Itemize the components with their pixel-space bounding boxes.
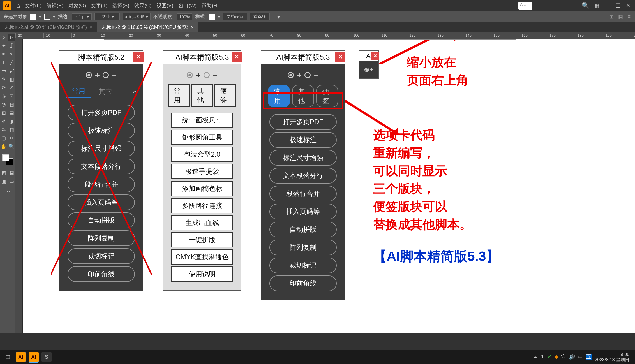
direct-select-tool[interactable]: ▹ <box>8 34 15 41</box>
ctrl-icon-2[interactable]: ▦ <box>617 14 624 20</box>
panel-52-close[interactable]: ✕ <box>133 52 144 62</box>
search-icon[interactable]: 🔍 <box>582 2 589 9</box>
panel-53b-btn-5[interactable]: 插入页码等 <box>269 204 337 219</box>
tray-icon-5[interactable]: 🛡 <box>561 354 566 360</box>
panel-53b-btn-8[interactable]: 裁切标记 <box>269 258 337 273</box>
panel-53a-btn-5[interactable]: 多段路径连接 <box>171 198 233 213</box>
doc-tab-2[interactable]: 未标题-2 @ 110.65 % (CMYK/CPU 预览) × <box>97 22 198 32</box>
radio-icon[interactable] <box>364 68 369 72</box>
radio-on-icon[interactable] <box>288 72 294 78</box>
panel-53a-tab-3[interactable]: 便签 <box>214 84 236 107</box>
menu-effect[interactable]: 效果(C) <box>134 2 151 9</box>
panel-53b-close[interactable]: ✕ <box>335 52 345 62</box>
tray-volume-icon[interactable]: 🔊 <box>569 354 575 360</box>
ctrl-icon-3[interactable]: ≡ <box>626 14 632 20</box>
menu-edit[interactable]: 编辑(E) <box>47 2 63 9</box>
menu-help[interactable]: 帮助(H) <box>202 2 219 9</box>
hand-tool[interactable]: ✋ <box>0 143 7 150</box>
line-tool[interactable]: ╱ <box>8 59 15 66</box>
panel-52-btn-2[interactable]: 标注尺寸增强 <box>68 141 135 156</box>
stroke-profile[interactable]: — 等比 ▾ <box>94 13 120 20</box>
type-tool[interactable]: T <box>0 59 7 66</box>
artboard-tool[interactable]: ▢ <box>0 135 7 142</box>
gradient-tool[interactable]: ▤ <box>8 109 15 117</box>
fill-swatch[interactable] <box>30 14 36 20</box>
align-icon[interactable]: ⊪▾ <box>273 13 280 20</box>
zoom-tool[interactable]: 🔍 <box>8 143 15 150</box>
panel-53a-tab-1[interactable]: 常用 <box>168 84 190 107</box>
stroke-width[interactable]: ◇ 1 pt ▾ <box>72 13 92 20</box>
panel-53b-btn-2[interactable]: 标注尺寸增强 <box>269 150 337 166</box>
panel-53a-btn-7[interactable]: 一键拼版 <box>171 232 233 247</box>
shape-builder-tool[interactable]: ◔ <box>0 101 7 108</box>
radio-on-icon[interactable] <box>187 72 193 78</box>
panel-53a-btn-6[interactable]: 生成出血线 <box>171 215 233 230</box>
panel-53a-btn-3[interactable]: 极速手提袋 <box>171 164 233 179</box>
draw-mode-icon[interactable]: ▣ <box>0 178 7 185</box>
panel-52-tab-2[interactable]: 其它 <box>93 85 118 98</box>
edit-toolbar-icon[interactable]: ⋯ <box>4 188 11 195</box>
taskbar-ai-2[interactable]: Ai <box>29 352 39 362</box>
panel-53a-btn-9[interactable]: 使用说明 <box>171 266 233 282</box>
minimize-button[interactable]: — <box>604 3 613 9</box>
title-search[interactable]: A... <box>518 2 532 10</box>
tray-icon-3[interactable]: ✔ <box>547 354 551 360</box>
ctrl-icon-1[interactable]: ⊞ <box>608 14 615 20</box>
panel-52-btn-1[interactable]: 极速标注 <box>68 123 135 138</box>
magic-wand-tool[interactable]: ✦ <box>0 42 7 49</box>
rotate-tool[interactable]: ⟳ <box>0 84 7 91</box>
lasso-tool[interactable]: ʆ <box>8 42 15 49</box>
color-picker[interactable] <box>2 154 13 165</box>
panel-53a-tab-2[interactable]: 其他 <box>191 84 213 107</box>
taskbar-app[interactable]: S <box>41 352 52 362</box>
eraser-tool[interactable]: ◧ <box>8 76 15 83</box>
panel-52-btn-0[interactable]: 打开多页PDF <box>68 105 135 120</box>
panel-53a-close[interactable]: ✕ <box>232 52 242 62</box>
opacity-val[interactable]: 100% <box>177 13 192 20</box>
radio-off-icon[interactable] <box>204 72 210 78</box>
screen-mode-icon[interactable]: ▭ <box>8 178 15 185</box>
panel-53b-btn-4[interactable]: 段落行合并 <box>269 186 337 201</box>
panel-52-btn-9[interactable]: 印前角线 <box>68 266 135 282</box>
maximize-button[interactable]: ☐ <box>614 2 622 9</box>
panel-53b-btn-1[interactable]: 极速标注 <box>269 132 337 148</box>
taskbar-ai-1[interactable]: Ai <box>16 352 26 362</box>
panel-53a-btn-0[interactable]: 统一画板尺寸 <box>171 113 233 128</box>
panel-53a-btn-2[interactable]: 包装盒型2.0 <box>171 147 233 162</box>
doc-setup-button[interactable]: 文档设置 <box>223 13 247 20</box>
radio-off-icon[interactable] <box>103 72 109 78</box>
selection-tool[interactable]: ▷ <box>0 34 7 41</box>
panel-52-btn-4[interactable]: 段落行合并 <box>68 177 135 192</box>
panel-53b-btn-3[interactable]: 文本段落分行 <box>269 168 337 184</box>
panel-53b-btn-0[interactable]: 打开多页PDF <box>269 114 337 130</box>
tray-ime-icon[interactable]: 中 <box>578 354 583 360</box>
panel-52-btn-7[interactable]: 阵列复制 <box>68 230 135 246</box>
width-tool[interactable]: ⬗ <box>0 92 7 100</box>
radio-on-icon[interactable] <box>86 72 92 78</box>
shaper-tool[interactable]: ✎ <box>0 76 7 83</box>
symbol-sprayer-tool[interactable]: ✲ <box>0 126 7 133</box>
menu-window[interactable]: 窗口(W) <box>178 2 197 9</box>
eyedropper-tool[interactable]: ✐ <box>0 118 7 125</box>
brush-def[interactable]: ● 5 点圆形 ▾ <box>123 13 151 20</box>
rectangle-tool[interactable]: ▭ <box>0 67 7 75</box>
menu-select[interactable]: 选择(S) <box>112 2 129 9</box>
blend-tool[interactable]: ◑ <box>8 118 15 125</box>
panel-53b-btn-6[interactable]: 自动拼版 <box>269 222 337 237</box>
start-button[interactable]: ⊞ <box>3 352 13 362</box>
close-button[interactable]: ✕ <box>624 2 632 9</box>
radio-off-icon[interactable] <box>304 72 311 78</box>
tray-icon-1[interactable]: ☁ <box>532 354 537 360</box>
panel-53a-btn-1[interactable]: 矩形圆角工具 <box>171 130 233 145</box>
panel-mini-close[interactable]: ✕ <box>371 52 379 60</box>
canvas[interactable]: 脚本精简版5.2 ✕ + − 常用 其它 » 打开多页PDF <box>23 39 635 333</box>
mesh-tool[interactable]: ⊞ <box>0 109 7 117</box>
menu-object[interactable]: 对象(O) <box>68 2 86 9</box>
workspace-icon[interactable]: ▦ <box>594 3 599 9</box>
tray-icon-2[interactable]: ⬆ <box>540 354 544 360</box>
taskbar-clock[interactable]: 9:06 2023/8/13 星期日 <box>595 352 632 362</box>
tray-ime2-icon[interactable]: 五 <box>586 354 592 360</box>
panel-52-btn-5[interactable]: 插入页码等 <box>68 194 135 210</box>
panel-53b-btn-9[interactable]: 印前角线 <box>269 275 337 291</box>
perspective-tool[interactable]: ▦ <box>8 101 15 108</box>
